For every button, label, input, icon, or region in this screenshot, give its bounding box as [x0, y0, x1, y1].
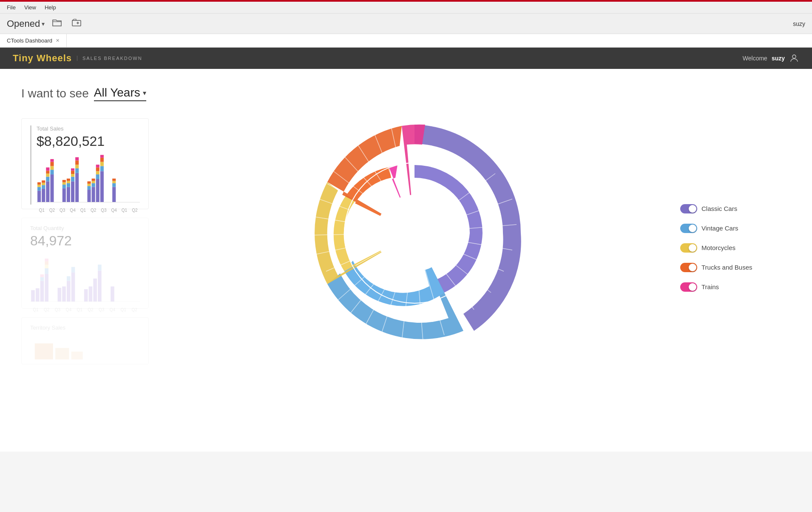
menu-bar: File View Help	[0, 2, 812, 14]
opened-dropdown[interactable]: Opened ▾	[7, 18, 45, 29]
svg-rect-84	[35, 344, 53, 360]
legend-label-trucks-buses: Trucks and Buses	[701, 264, 752, 271]
toolbar: Opened ▾ suzy	[0, 14, 812, 34]
menu-help[interactable]: Help	[45, 4, 56, 11]
brand-text-2: ls	[63, 53, 72, 63]
legend-trucks-buses[interactable]: Trucks and Buses	[680, 263, 791, 272]
header-username: suzy	[772, 55, 785, 62]
svg-rect-9	[42, 180, 45, 182]
right-panel: Classic Cars Vintage Cars Motorcycles Tr…	[680, 118, 791, 364]
new-tab-icon	[72, 19, 81, 26]
app-title-group: Tiny Wheels SALES BREAKDOWN	[13, 53, 142, 64]
legend-label-trains: Trains	[701, 283, 719, 290]
toggle-vintage-cars[interactable]	[680, 224, 697, 233]
svg-rect-43	[92, 183, 95, 187]
svg-rect-73	[67, 281, 71, 302]
legend-trains[interactable]: Trains	[680, 282, 791, 292]
svg-rect-61	[31, 290, 35, 302]
new-tab-button[interactable]	[69, 17, 84, 30]
user-label: suzy	[793, 20, 805, 27]
svg-rect-12	[46, 174, 49, 177]
svg-rect-53	[100, 162, 104, 166]
menu-view[interactable]: View	[24, 4, 36, 11]
folder-icon	[52, 19, 62, 26]
svg-point-1	[792, 55, 796, 58]
year-chevron-icon: ▾	[143, 89, 146, 97]
brand-text-1: Tiny Wh	[13, 53, 52, 63]
svg-rect-36	[75, 160, 79, 165]
toggle-knob-classic-cars	[689, 205, 696, 213]
svg-rect-21	[62, 185, 66, 188]
svg-rect-4	[37, 185, 41, 187]
svg-rect-34	[75, 168, 79, 173]
svg-rect-15	[50, 174, 54, 202]
svg-rect-24	[67, 187, 70, 202]
svg-rect-27	[67, 179, 70, 181]
toggle-knob-vintage-cars	[689, 225, 696, 232]
svg-rect-64	[40, 277, 44, 281]
total-quantity-card: Total Quantity 84,972	[21, 218, 149, 309]
brand-name: Tiny Wheels	[13, 53, 72, 64]
svg-rect-6	[42, 189, 45, 202]
svg-point-116	[376, 195, 453, 271]
year-dropdown[interactable]: All Years ▾	[94, 86, 146, 101]
tab-label: CTools Dashboard	[7, 37, 52, 44]
svg-rect-31	[71, 171, 74, 174]
legend-vintage-cars[interactable]: Vintage Cars	[680, 224, 791, 233]
svg-rect-13	[46, 171, 49, 174]
toggle-motorcycles[interactable]	[680, 243, 697, 253]
svg-rect-59	[112, 179, 116, 181]
opened-label: Opened	[7, 18, 40, 29]
svg-rect-38	[87, 190, 91, 202]
svg-rect-20	[62, 188, 66, 202]
svg-rect-76	[71, 267, 75, 273]
svg-rect-62	[36, 288, 40, 302]
toggle-classic-cars[interactable]	[680, 204, 697, 213]
left-panel: Total Sales $8,820,521	[21, 118, 149, 364]
toggle-trucks-buses[interactable]	[680, 263, 697, 272]
svg-rect-50	[96, 165, 99, 168]
svg-rect-28	[71, 181, 74, 202]
user-icon	[789, 53, 799, 63]
svg-rect-70	[45, 259, 48, 262]
toggle-knob-trains	[689, 283, 696, 291]
toggle-trains[interactable]	[680, 282, 697, 292]
svg-rect-68	[45, 265, 48, 268]
quantity-bar-labels: Q1Q2Q3Q4 Q1Q2Q3Q4 Q1Q2	[30, 307, 140, 312]
svg-rect-8	[42, 183, 45, 185]
center-panel	[157, 118, 672, 364]
quantity-chart: Q1Q2Q3Q4 Q1Q2Q3Q4 Q1Q2	[30, 253, 140, 304]
territory-chart	[30, 334, 140, 360]
total-quantity-value: 84,972	[30, 233, 140, 249]
legend-motorcycles[interactable]: Motorcycles	[680, 243, 791, 253]
svg-rect-79	[93, 279, 97, 302]
svg-rect-65	[40, 274, 44, 277]
menu-file[interactable]: File	[7, 4, 16, 11]
svg-rect-74	[67, 276, 71, 281]
open-file-button[interactable]	[50, 17, 64, 30]
svg-rect-41	[87, 181, 91, 183]
svg-rect-51	[100, 171, 104, 202]
svg-rect-66	[45, 274, 48, 302]
bar-chart-labels: Q1Q2Q3Q4 Q1Q2Q3Q4 Q1Q2	[37, 208, 140, 213]
svg-rect-14	[46, 168, 49, 171]
svg-rect-30	[71, 174, 74, 177]
svg-rect-5	[37, 182, 41, 185]
total-quantity-title: Total Quantity	[30, 225, 140, 231]
total-sales-value: $8,820,521	[37, 134, 140, 149]
svg-rect-52	[100, 166, 104, 171]
legend-classic-cars[interactable]: Classic Cars	[680, 204, 791, 213]
tab-close-icon[interactable]: ✕	[56, 38, 60, 43]
svg-rect-71	[58, 288, 62, 302]
svg-rect-17	[50, 166, 54, 170]
svg-rect-49	[96, 168, 99, 171]
svg-rect-11	[46, 177, 49, 182]
total-sales-content: Total Sales $8,820,521	[30, 125, 140, 205]
tab-ctools-dashboard[interactable]: CTools Dashboard ✕	[0, 34, 67, 47]
quantity-bar-svg	[30, 253, 140, 304]
legend-label-vintage-cars: Vintage Cars	[701, 225, 738, 232]
svg-rect-42	[92, 187, 95, 202]
year-value: All Years	[94, 86, 140, 100]
opened-chevron-icon: ▾	[42, 20, 45, 27]
welcome-text: Welcome	[743, 55, 767, 62]
